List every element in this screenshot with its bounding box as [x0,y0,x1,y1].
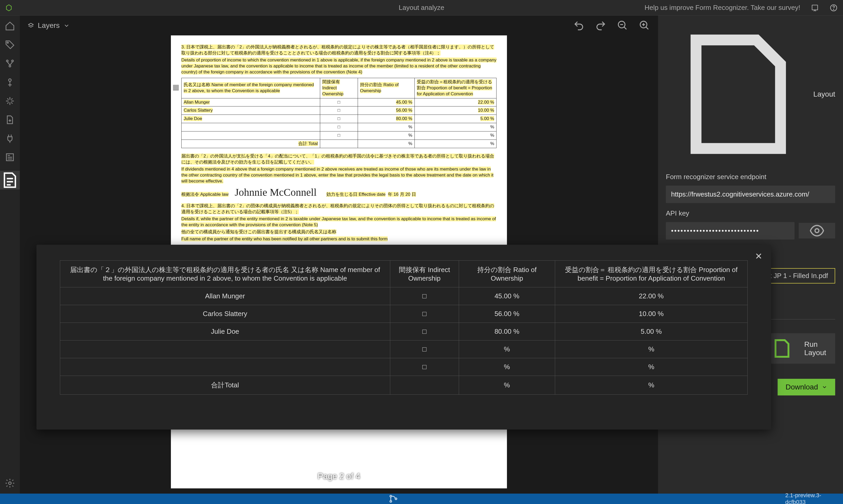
svg-point-6 [9,65,11,67]
svg-point-14 [390,501,392,502]
panel-header: Layout [666,22,835,167]
connections-icon[interactable] [5,58,15,69]
table-row: □%% [60,358,748,376]
doc-text: 届出書の「2」の外国法人が支払を受ける「4」の配当について、「1」の租税条約の相… [181,154,494,164]
left-nav-rail [0,16,20,493]
titlebar: Layout analyze Help us improve Form Reco… [0,0,843,16]
status-bar: 2.1-preview.3-dcfb033 [0,493,843,504]
layout-analyze-icon[interactable] [0,171,20,190]
person-pin-icon[interactable] [5,77,15,88]
canvas-toolbar: Layers [20,16,658,35]
home-icon[interactable] [5,21,15,31]
table-row: Julie Doe□80.00 %5.00 % [60,323,748,341]
doc-text: If dividends mentioned in 4 above that a… [181,167,493,183]
table-row: □%% [60,341,748,358]
survey-link[interactable]: Help us improve Form Recognizer. Take ou… [645,4,800,12]
apikey-label: API key [666,209,835,217]
signature-text: Johnnie McConnell [235,185,317,199]
zoom-in-icon[interactable] [639,20,650,31]
version-text: 2.1-preview.3-dcfb033 [785,492,838,504]
table-marker-icon: ▦ [173,82,179,92]
table-row: Allan Munger□45.00 %22.00 % [60,287,748,305]
svg-point-4 [6,60,8,62]
doc-mini-table: 氏名又は名称 Name of member of the foreign com… [181,78,496,148]
svg-point-13 [390,496,392,497]
table-header-indirect: 間接保有 Indirect Ownership [390,260,459,287]
page-indicator: Page 2 of 4 [318,471,360,482]
plug-icon[interactable] [5,133,15,144]
new-file-icon[interactable] [5,114,15,125]
redo-icon[interactable] [595,20,607,31]
svg-point-12 [815,229,819,233]
layers-label: Layers [38,21,60,30]
endpoint-input[interactable] [666,186,835,203]
svg-point-9 [8,482,11,485]
form-icon[interactable] [5,152,15,162]
tag-icon[interactable] [5,40,15,50]
download-button[interactable]: Download [778,379,835,395]
close-icon[interactable]: ✕ [755,251,762,262]
apikey-input[interactable] [666,222,794,239]
svg-rect-0 [812,5,818,10]
svg-point-7 [8,79,11,82]
table-header-ratio: 持分の割合 Ratio of Ownership [459,260,555,287]
table-header-name: 届出書の「２」の外国法人の株主等で租税条約の適用を受ける者の氏名 又は名称 Na… [60,260,390,287]
app-title: Layout analyze [399,4,444,12]
svg-point-2 [833,9,834,10]
reveal-password-icon[interactable] [799,223,835,238]
layers-dropdown[interactable]: Layers [28,21,70,30]
app-logo-icon [5,4,13,12]
branch-icon [5,493,781,504]
feedback-icon[interactable] [811,4,819,12]
zoom-out-icon[interactable] [617,20,628,31]
table-total-row: 合計Total%% [60,376,748,395]
table-row: Carlos Slattery□56.00 %10.00 % [60,305,748,323]
svg-point-5 [12,60,14,62]
undo-icon[interactable] [573,20,584,31]
spark-icon[interactable] [5,96,15,106]
table-preview-modal: ✕ 届出書の「２」の外国法人の株主等で租税条約の適用を受ける者の氏名 又は名称 … [36,245,771,430]
settings-icon[interactable] [5,478,15,488]
result-table: 届出書の「２」の外国法人の株主等で租税条約の適用を受ける者の氏名 又は名称 Na… [60,260,748,395]
endpoint-label: Form recognizer service endpoint [666,173,835,181]
doc-text: Details of proportion of income to which… [181,57,496,74]
doc-text: 3. 日本で課税上、届出書の「2」の外国法人が納税義務者とされるが、租税条約の規… [181,44,494,55]
svg-point-3 [7,42,8,43]
help-icon[interactable] [829,4,838,12]
table-header-benefit: 受益の割合＝ 租税条約の適用を受ける割合 Proportion of benef… [555,260,748,287]
